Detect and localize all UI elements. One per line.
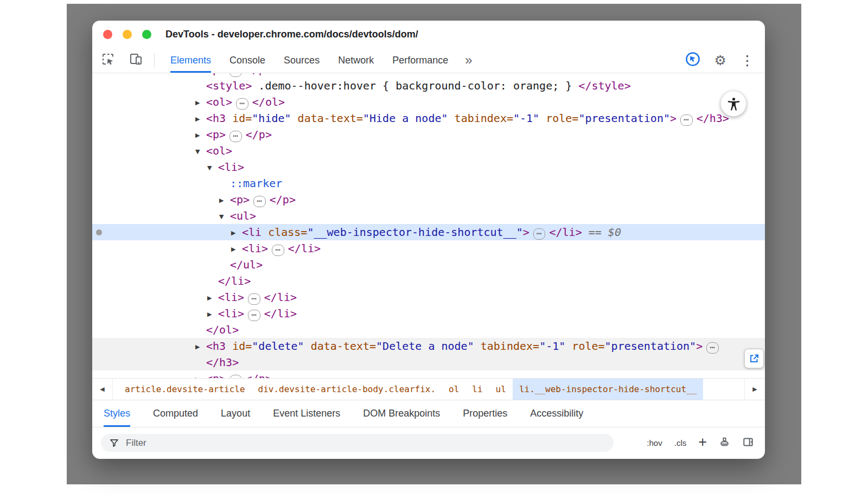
code-token-tag: </li> — [549, 226, 582, 239]
more-tabs-button[interactable]: » — [457, 54, 480, 67]
expand-arrow-icon[interactable]: ▶ — [207, 306, 218, 323]
expand-arrow-icon[interactable]: ▶ — [231, 225, 242, 241]
toggle-element-state-button[interactable]: :hov — [647, 438, 662, 447]
expand-arrow-icon[interactable]: ▶ — [195, 127, 206, 144]
styles-filter-input[interactable] — [101, 434, 614, 452]
tree-row[interactable]: </ul> — [92, 257, 765, 273]
tree-row[interactable]: ▶<li>…</li> — [92, 289, 765, 305]
code-token-tag: </p> — [270, 193, 296, 206]
expand-arrow-icon[interactable]: ▶ — [195, 339, 206, 355]
tree-row[interactable]: ▶<p>…</p> — [92, 191, 765, 208]
code-token-tag: <li> — [218, 161, 244, 174]
inspect-cursor-icon[interactable] — [101, 52, 115, 68]
expand-arrow-icon[interactable]: ▶ — [231, 241, 242, 258]
zoom-window-button[interactable] — [142, 30, 151, 39]
expand-arrow-icon[interactable]: ▶ — [195, 372, 206, 378]
accessibility-person-icon — [726, 97, 741, 111]
new-style-rule-button[interactable]: + — [698, 435, 707, 450]
inline-expand-button[interactable]: … — [680, 114, 693, 126]
scroll-into-view-button[interactable] — [744, 349, 764, 368]
breadcrumb-scroll-right-button[interactable]: ▶ — [744, 379, 765, 400]
tree-row[interactable]: ▼<ol> — [92, 143, 765, 159]
breadcrumb-item[interactable]: ol — [442, 379, 465, 400]
tree-row[interactable]: ▼<ul> — [92, 208, 765, 224]
inline-expand-button[interactable]: … — [248, 293, 260, 305]
toggle-sidebar-icon[interactable] — [742, 436, 754, 450]
expand-arrow-icon[interactable]: ▶ — [195, 111, 206, 127]
collapse-arrow-icon[interactable]: ▼ — [219, 209, 230, 225]
breadcrumb-item[interactable]: ul — [489, 379, 513, 400]
panel-tab-properties[interactable]: Properties — [451, 400, 519, 427]
expand-arrow-icon[interactable]: ▶ — [207, 290, 218, 306]
inline-expand-button[interactable]: … — [236, 98, 248, 110]
code-token-tag: <li> — [218, 307, 244, 320]
tree-row[interactable]: </h3> — [92, 354, 765, 370]
gear-icon[interactable]: ⚙ — [714, 54, 726, 67]
breadcrumb-item[interactable]: article.devsite-article — [118, 379, 252, 400]
tab-label: Performance — [392, 48, 448, 73]
code-token-tag: <style> — [206, 79, 252, 92]
inline-expand-button[interactable]: … — [248, 310, 260, 321]
stamp-icon[interactable] — [719, 436, 730, 450]
code-token-val: "Hide a node" — [363, 112, 448, 125]
element-classes-button[interactable]: .cls — [674, 438, 687, 447]
tree-row[interactable]: ▶<li>…</li> — [92, 305, 765, 322]
code-token-attr: role= — [565, 340, 604, 353]
code-token-val: "Delete a node" — [376, 340, 474, 353]
tree-row[interactable]: ▼<li> — [92, 159, 765, 175]
kebab-menu-icon[interactable]: ⋮ — [741, 54, 754, 67]
styles-toolbar: :hov .cls + — [92, 427, 765, 459]
tab-sources[interactable]: Sources — [275, 48, 329, 73]
tree-row[interactable]: </li> — [92, 273, 765, 289]
code-token-tag: </h3> — [697, 112, 729, 125]
panel-tab-event-listeners[interactable]: Event Listeners — [261, 400, 352, 427]
collapse-arrow-icon[interactable]: ▼ — [195, 144, 206, 160]
tree-row[interactable]: ▶<ol>…</ol> — [92, 94, 765, 110]
collapse-arrow-icon[interactable]: ▼ — [207, 160, 218, 176]
tree-row[interactable]: ▶<li>…</li> — [92, 240, 765, 257]
tree-row-selected[interactable]: ▶<li class="__web-inspector-hide-shortcu… — [92, 224, 765, 240]
inline-expand-button[interactable]: … — [533, 228, 546, 240]
tree-row[interactable]: ▶<p>…</p> — [92, 73, 765, 78]
panel-tab-accessibility[interactable]: Accessibility — [519, 400, 595, 427]
panel-tab-computed[interactable]: Computed — [142, 400, 209, 427]
code-token-tag: > — [523, 226, 529, 239]
panel-tab-layout[interactable]: Layout — [209, 400, 261, 427]
expand-arrow-icon[interactable]: ▶ — [219, 193, 230, 209]
tab-network[interactable]: Network — [329, 48, 383, 73]
breadcrumb-scroll-left-button[interactable]: ◀ — [92, 379, 113, 400]
tab-console[interactable]: Console — [220, 48, 275, 73]
tree-row[interactable]: ▶<h3 id="delete" data-text="Delete a nod… — [92, 338, 765, 354]
breadcrumb-item[interactable]: li — [465, 379, 489, 400]
tree-row[interactable]: <style> .demo--hover:hover { background-… — [92, 78, 765, 94]
code-token-tag: <li> — [218, 291, 244, 304]
tree-row[interactable]: ▶<p>…</p> — [92, 126, 765, 143]
breadcrumb-item-selected[interactable]: li.__web-inspector-hide-shortcut__ — [513, 379, 704, 400]
tab-elements[interactable]: Elements — [161, 48, 220, 73]
minimize-window-button[interactable] — [123, 30, 132, 39]
tree-row[interactable]: ▶<p>…</p> — [92, 370, 765, 378]
close-window-button[interactable] — [103, 30, 112, 39]
code-token-tag: </p> — [246, 73, 272, 76]
tab-label: Accessibility — [530, 400, 583, 427]
breadcrumb-item[interactable]: div.devsite-article-body.clearfix. — [252, 379, 443, 400]
tree-row[interactable]: </ol> — [92, 322, 765, 338]
blue-circle-cursor-icon[interactable] — [685, 52, 700, 69]
inline-expand-button[interactable]: … — [229, 131, 242, 142]
accessibility-overlay-button[interactable] — [720, 91, 746, 117]
inline-expand-button[interactable]: … — [706, 342, 719, 354]
expand-arrow-icon[interactable]: ▶ — [195, 95, 206, 111]
tree-row[interactable]: ▶<h3 id="hide" data-text="Hide a node" t… — [92, 110, 765, 126]
toolbar-left-icons — [92, 52, 143, 68]
tab-performance[interactable]: Performance — [383, 48, 457, 73]
tree-row[interactable]: ::marker — [92, 175, 765, 191]
inline-expand-button[interactable]: … — [229, 73, 242, 77]
code-token-tag: <ol> — [206, 144, 232, 157]
inline-expand-button[interactable]: … — [253, 196, 266, 207]
inline-expand-button[interactable]: … — [272, 245, 284, 256]
panel-tab-dom-breakpoints[interactable]: DOM Breakpoints — [352, 400, 451, 427]
code-token-tag: </ol> — [206, 323, 239, 336]
panel-tab-styles[interactable]: Styles — [92, 400, 142, 427]
device-toolbar-icon[interactable] — [129, 52, 143, 68]
code-token-val: "hide" — [252, 112, 291, 125]
